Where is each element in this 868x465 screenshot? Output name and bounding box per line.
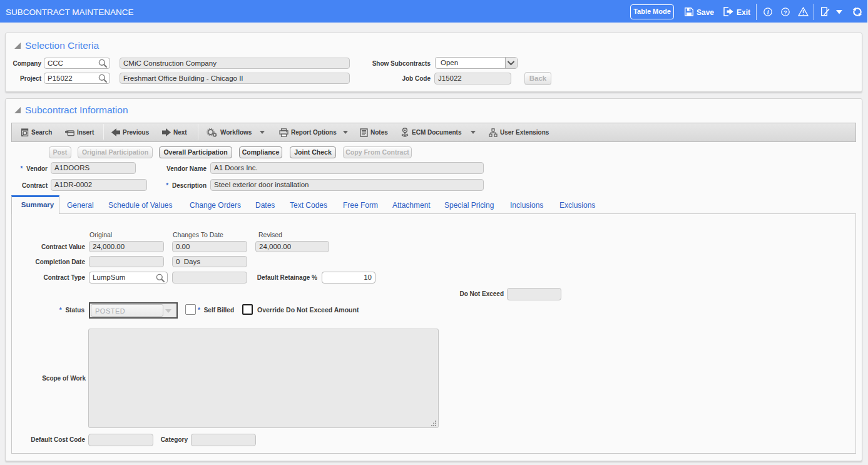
- svg-text:?: ?: [784, 9, 787, 16]
- svg-text:i: i: [767, 9, 769, 16]
